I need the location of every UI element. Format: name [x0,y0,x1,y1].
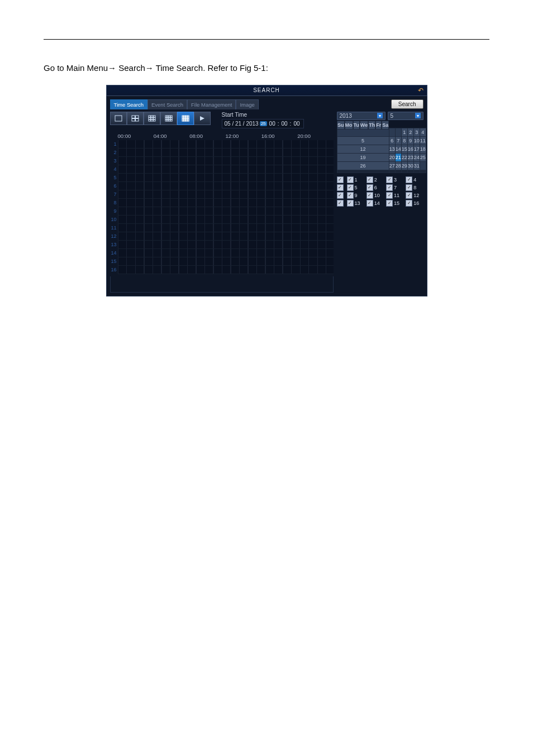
checkbox-icon: ✓ [406,176,412,183]
svg-rect-32 [185,117,187,118]
svg-rect-20 [169,117,170,119]
calendar-icon[interactable]: 25 [260,121,267,126]
calendar-day[interactable]: 27 [389,161,395,170]
channel-checkbox-2[interactable]: ✓2 [367,176,384,183]
svg-rect-3 [132,118,135,121]
calendar-day[interactable]: 12 [337,145,389,153]
year-select[interactable]: 2013▾ [337,112,386,120]
channel-row-checkbox[interactable]: ✓ [337,176,344,183]
channel-checkbox-8[interactable]: ✓8 [406,184,423,191]
channel-checkbox-9[interactable]: ✓9 [347,192,364,199]
calendar-day[interactable]: 14 [395,145,401,153]
channel-label: 16 [413,200,419,206]
calendar-day[interactable]: 19 [337,153,389,161]
svg-rect-18 [165,117,167,119]
calendar-day[interactable]: 26 [337,161,389,170]
calendar-day[interactable]: 21 [395,153,401,161]
month-select[interactable]: 5▾ [388,112,423,120]
tab-image[interactable]: Image [236,99,258,109]
calendar-day[interactable]: 3 [413,128,420,136]
tab-time-search[interactable]: Time Search [110,99,148,109]
calendar-day[interactable]: 8 [401,136,407,145]
calendar-day[interactable]: 18 [420,145,426,153]
calendar-day[interactable]: 5 [337,136,389,145]
channel-checkbox-6[interactable]: ✓6 [367,184,384,191]
channel-row-checkbox[interactable]: ✓ [337,200,344,207]
calendar-day[interactable]: 2 [407,128,413,136]
tab-event-search[interactable]: Event Search [147,99,187,109]
calendar-day[interactable]: 10 [413,136,420,145]
calendar-day[interactable]: 22 [401,153,407,161]
calendar-day[interactable]: 9 [407,136,413,145]
calendar-day [420,161,426,170]
svg-rect-8 [149,117,151,119]
channel-checkbox-7[interactable]: ✓7 [386,184,403,191]
svg-rect-28 [185,116,187,117]
svg-rect-7 [153,116,155,117]
calendar-day[interactable]: 17 [413,145,420,153]
calendar-day [401,170,407,173]
channel-checkbox-10[interactable]: ✓10 [367,192,384,199]
svg-rect-14 [165,116,167,117]
channel-label: 13 [355,200,360,206]
channel-checkbox-1[interactable]: ✓1 [347,176,364,183]
calendar-day[interactable]: 6 [389,136,395,145]
calendar-day[interactable]: 16 [407,145,413,153]
svg-rect-35 [184,118,185,119]
play-button[interactable] [194,112,211,125]
view-3x3-button[interactable] [144,112,160,125]
svg-rect-25 [170,119,172,121]
channel-checkbox-4[interactable]: ✓4 [406,176,423,183]
channel-label: 12 [413,193,419,198]
view-4x3-button[interactable] [160,112,177,125]
calendar-day[interactable]: 1 [401,128,407,136]
channel-checkbox-11[interactable]: ✓11 [386,192,403,199]
svg-rect-21 [170,117,172,119]
calendar-day[interactable]: 7 [395,136,401,145]
calendar-day[interactable]: 31 [413,161,420,170]
svg-rect-27 [184,116,185,117]
channel-checkbox-14[interactable]: ✓14 [367,200,384,207]
back-icon[interactable]: ↶ [418,87,423,94]
checkbox-icon: ✓ [406,192,412,199]
checkbox-icon: ✓ [347,192,354,199]
tab-file-management[interactable]: File Management [187,99,236,109]
calendar-day[interactable]: 11 [420,136,426,145]
calendar-day[interactable]: 25 [420,153,426,161]
svg-rect-34 [182,118,184,119]
calendar-day [337,170,389,173]
calendar[interactable]: SuMoTuWeThFrSa 1234567891011121314151617… [337,122,426,173]
channel-label: 7 [394,185,397,190]
chevron-down-icon: ▾ [415,113,421,118]
calendar-day[interactable]: 24 [413,153,420,161]
search-button[interactable]: Search [391,99,423,109]
svg-rect-9 [151,117,153,119]
calendar-day[interactable]: 4 [420,128,426,136]
calendar-day[interactable]: 29 [401,161,407,170]
channel-label: 10 [374,193,380,198]
calendar-day[interactable]: 23 [407,153,413,161]
view-1x1-button[interactable] [110,112,127,125]
channel-checkbox-13[interactable]: ✓13 [347,200,364,207]
calendar-day[interactable]: 13 [389,145,395,153]
channel-checkbox-15[interactable]: ✓15 [386,200,403,207]
channel-checkbox-16[interactable]: ✓16 [406,200,423,207]
channel-checkbox-12[interactable]: ✓12 [406,192,423,199]
channel-checkbox-5[interactable]: ✓5 [347,184,364,191]
timeline-grid[interactable] [118,140,334,274]
checkbox-icon: ✓ [406,200,412,207]
channel-checkbox-3[interactable]: ✓3 [386,176,403,183]
calendar-day[interactable]: 20 [389,153,395,161]
channel-checkbox-grid: ✓✓1✓2✓3✓4✓✓5✓6✓7✓8✓✓9✓10✓11✓12✓✓13✓14✓15… [337,176,423,207]
channel-row-checkbox[interactable]: ✓ [337,192,344,199]
calendar-day[interactable]: 30 [407,161,413,170]
view-4x4-button[interactable] [177,112,194,125]
checkbox-icon: ✓ [347,200,354,207]
calendar-day[interactable]: 28 [395,161,401,170]
view-2x2-button[interactable] [127,112,144,125]
start-date-input[interactable]: 05 / 21 / 2013 25 00: 00: 00 [222,119,304,128]
channel-row-checkbox[interactable]: ✓ [337,184,344,191]
calendar-day[interactable]: 15 [401,145,407,153]
checkbox-icon: ✓ [406,184,412,191]
calendar-day [389,128,395,136]
